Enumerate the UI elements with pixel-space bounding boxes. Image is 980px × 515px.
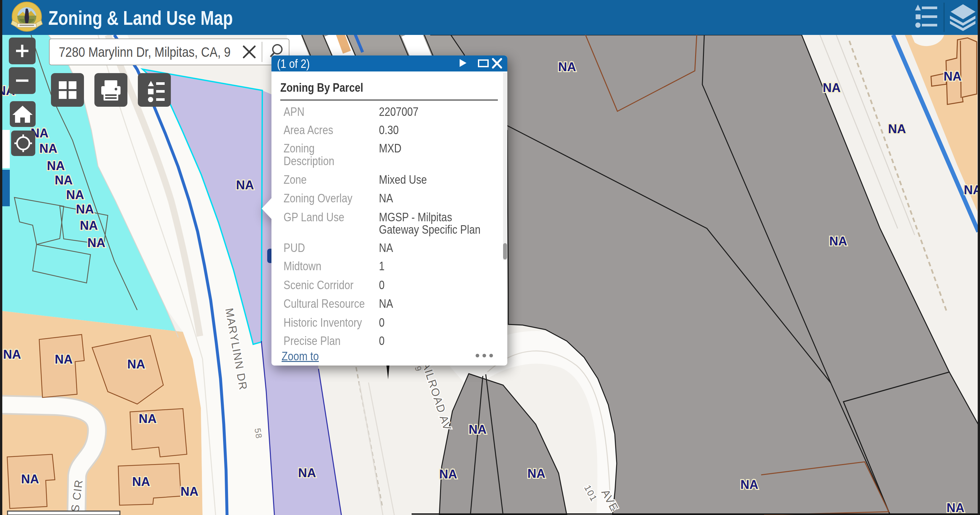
svg-text:NA: NA bbox=[40, 142, 57, 155]
svg-text:NA: NA bbox=[829, 235, 847, 248]
svg-text:NA: NA bbox=[469, 423, 487, 436]
svg-text:NA: NA bbox=[3, 347, 21, 361]
svg-text:NA: NA bbox=[181, 485, 199, 498]
svg-text:NA: NA bbox=[66, 188, 84, 202]
svg-text:NA: NA bbox=[139, 412, 157, 426]
svg-text:NA: NA bbox=[528, 467, 546, 480]
svg-text:NA: NA bbox=[741, 478, 759, 491]
svg-text:NA: NA bbox=[947, 501, 965, 515]
svg-text:58: 58 bbox=[253, 428, 264, 440]
svg-text:NA: NA bbox=[439, 467, 457, 481]
svg-text:NA: NA bbox=[888, 122, 906, 136]
svg-text:NA: NA bbox=[21, 472, 39, 486]
svg-text:NA: NA bbox=[55, 173, 73, 187]
svg-text:NA: NA bbox=[823, 81, 841, 95]
svg-text:NA: NA bbox=[88, 236, 105, 250]
svg-text:NA: NA bbox=[132, 475, 150, 488]
svg-text:NA: NA bbox=[76, 202, 94, 216]
svg-text:NA: NA bbox=[298, 466, 316, 480]
svg-text:NA: NA bbox=[944, 70, 962, 83]
svg-text:NA: NA bbox=[55, 352, 73, 366]
svg-text:NA: NA bbox=[47, 159, 65, 173]
svg-text:NA: NA bbox=[558, 60, 576, 74]
svg-text:NA: NA bbox=[236, 178, 254, 192]
svg-text:NA: NA bbox=[127, 357, 145, 371]
svg-text:NA: NA bbox=[80, 219, 98, 232]
